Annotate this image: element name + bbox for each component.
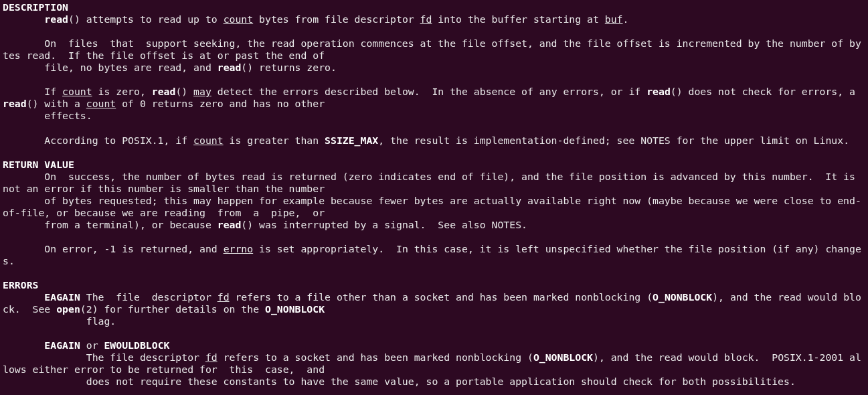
text: is greater than	[224, 135, 325, 146]
text: , the result is implementation-defined; …	[378, 135, 849, 146]
bold-read: read	[44, 13, 68, 25]
text: On files that support seeking, the read …	[3, 37, 861, 61]
text: detect the errors described below. In th…	[211, 86, 646, 97]
underline-count: count	[86, 98, 116, 109]
text: () does not check for errors, a	[671, 86, 861, 97]
text: of bytes requested; this may happen for …	[3, 195, 861, 218]
text: If	[3, 86, 62, 97]
text: refers to a socket and has been marked n…	[218, 351, 533, 363]
text: () returns zero.	[241, 62, 337, 73]
underline-buf: buf	[605, 13, 623, 25]
underline-fd: fd	[205, 351, 218, 363]
text: The file descriptor	[80, 291, 218, 303]
bold-open: open	[56, 303, 80, 315]
underline-count: count	[224, 13, 254, 25]
bold-read: read	[3, 98, 27, 109]
text: The file descriptor	[3, 351, 205, 363]
underline-count: count	[193, 135, 224, 146]
text: effects.	[3, 110, 92, 121]
bold-eagain: EAGAIN	[44, 291, 80, 303]
text: .	[623, 13, 629, 25]
section-heading-description: DESCRIPTION	[3, 1, 68, 13]
text: () attempts to read up to	[68, 13, 224, 25]
text: into the buffer starting at	[432, 13, 604, 25]
text: is zero,	[92, 86, 152, 97]
bold-read: read	[646, 86, 671, 97]
underline-errno: errno	[224, 243, 254, 254]
section-heading-errors: ERRORS	[3, 279, 38, 291]
underline-fd: fd	[420, 13, 432, 25]
bold-read: read	[152, 86, 176, 97]
text: file, no bytes are read, and	[3, 62, 218, 73]
bold-ssize-max: SSIZE_MAX	[325, 135, 378, 146]
underline-count: count	[62, 86, 92, 97]
manpage-terminal[interactable]: DESCRIPTION read() attempts to read up t…	[0, 0, 868, 391]
underline-fd: fd	[218, 291, 230, 303]
underline-may: may	[193, 86, 211, 97]
bold-ewouldblock: EWOULDBLOCK	[104, 339, 169, 351]
text: On success, the number of bytes read is …	[3, 171, 861, 194]
bold-eagain: EAGAIN	[44, 339, 80, 351]
text: () was interrupted by a signal. See also…	[241, 219, 527, 230]
text: According to POSIX.1, if	[3, 135, 193, 146]
text: On error, -1 is returned, and	[3, 243, 224, 254]
text: or	[80, 339, 104, 351]
text: from a terminal), or because	[3, 219, 218, 230]
text: flag.	[3, 315, 116, 327]
text: ()	[175, 86, 193, 97]
bold-read: read	[218, 62, 242, 73]
text: () with a	[27, 98, 86, 109]
bold-o-nonblock: O_NONBLOCK	[265, 303, 325, 315]
bold-o-nonblock: O_NONBLOCK	[653, 291, 712, 303]
text: of 0 returns zero and has no other	[116, 98, 325, 109]
text: does not require these constants to have…	[3, 376, 796, 387]
section-heading-return-value: RETURN VALUE	[3, 159, 74, 170]
bold-read: read	[218, 219, 242, 230]
bold-o-nonblock: O_NONBLOCK	[533, 351, 593, 363]
text: bytes from file descriptor	[253, 13, 420, 25]
text: (2) for further details on the	[80, 303, 265, 315]
text: refers to a file other than a socket and…	[230, 291, 653, 303]
